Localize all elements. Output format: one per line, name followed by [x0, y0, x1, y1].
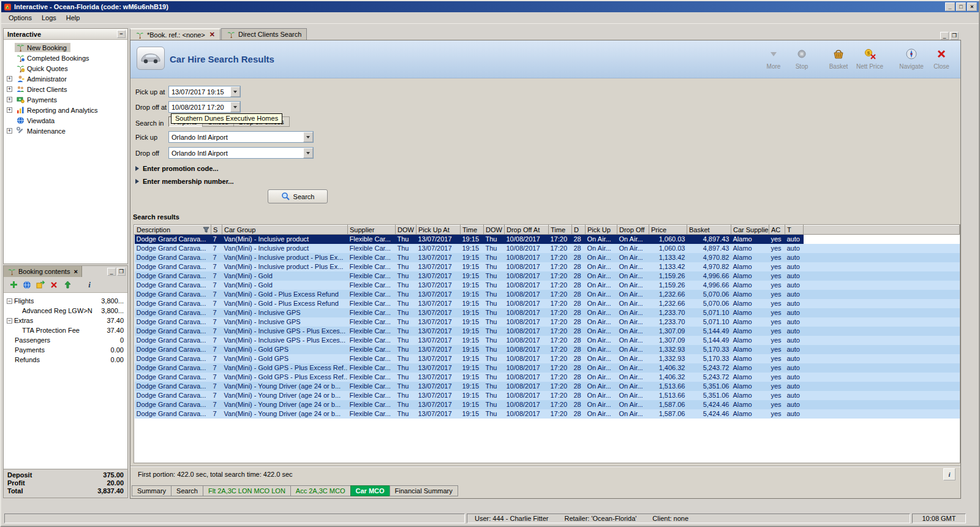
navigate-button[interactable]: Navigate: [895, 45, 927, 70]
close-page-button[interactable]: Close: [927, 45, 956, 70]
membership-number-expander[interactable]: Enter membership number...: [135, 178, 234, 185]
col-ac[interactable]: AC: [769, 226, 785, 235]
table-row[interactable]: Dodge Grand Carava... 7 Van(Mini) - Gold…: [135, 373, 960, 382]
resize-grip[interactable]: [968, 514, 976, 523]
pickup-location-field[interactable]: Orlando Intl Airport: [168, 131, 314, 143]
tab-summary[interactable]: Summary: [132, 485, 172, 496]
col-basket[interactable]: Basket: [687, 226, 731, 235]
maximize-button[interactable]: □: [956, 2, 966, 11]
basket-button[interactable]: Basket: [824, 45, 853, 70]
info-button[interactable]: i: [943, 468, 956, 480]
collapse-icon[interactable]: −: [7, 318, 12, 324]
info-icon[interactable]: i: [83, 279, 96, 291]
list-item-extras-detail[interactable]: TTA Protection Fee 37.40: [4, 325, 127, 335]
world-icon[interactable]: [21, 279, 33, 291]
collapse-panel-button[interactable]: −: [117, 30, 126, 38]
list-item-extras[interactable]: − Extras 37.40: [4, 316, 127, 325]
dropoff-at-field[interactable]: 10/08/2017 17:20: [168, 101, 241, 113]
delete-icon[interactable]: [48, 279, 60, 291]
minimize-panel-button[interactable]: _: [107, 268, 116, 276]
sidebar-item-maintenance[interactable]: + Maintenance: [4, 126, 127, 136]
expand-icon[interactable]: +: [7, 128, 12, 134]
tab-flight[interactable]: Flt 2A,3C LON MCO LON: [203, 485, 291, 496]
chevron-down-icon[interactable]: [303, 132, 313, 142]
col-dropoff-at[interactable]: Drop Off At: [505, 226, 549, 235]
more-button[interactable]: More: [760, 45, 788, 70]
chevron-down-icon[interactable]: [303, 148, 313, 158]
table-row[interactable]: Dodge Grand Carava... 7 Van(Mini) - Gold…: [135, 345, 960, 354]
minimize-doc-button[interactable]: _: [940, 32, 949, 40]
sidebar-item-completed-bookings[interactable]: Completed Bookings: [4, 53, 127, 63]
sidebar-item-reporting[interactable]: + Reporting and Analytics: [4, 105, 127, 115]
minimize-button[interactable]: _: [945, 2, 955, 11]
table-row[interactable]: Dodge Grand Carava... 7 Van(Mini) - Incl…: [135, 308, 960, 317]
sidebar-item-payments[interactable]: + Payments: [4, 94, 127, 105]
add-icon[interactable]: [7, 279, 20, 291]
tab-financial-summary[interactable]: Financial Summary: [390, 485, 458, 496]
expand-icon[interactable]: +: [7, 76, 12, 82]
tab-booking-ref[interactable]: *Book. ref.: <none> ✕: [130, 28, 221, 40]
col-car-group[interactable]: Car Group: [222, 226, 348, 235]
col-car-supplier[interactable]: Car Supplier: [731, 226, 769, 235]
col-pickup-loc[interactable]: Pick Up: [586, 226, 617, 235]
table-row[interactable]: Dodge Grand Carava... 7 Van(Mini) - Gold…: [135, 271, 960, 281]
col-dow-dropoff[interactable]: DOW: [484, 226, 505, 235]
table-row[interactable]: Dodge Grand Carava... 7 Van(Mini) - Youn…: [135, 409, 960, 419]
col-price[interactable]: Price: [649, 226, 687, 235]
table-row[interactable]: Dodge Grand Carava... 7 Van(Mini) - Incl…: [135, 244, 960, 253]
tab-search[interactable]: Search: [171, 485, 203, 496]
table-row[interactable]: Dodge Grand Carava... 7 Van(Mini) - Youn…: [135, 391, 960, 400]
table-row[interactable]: Dodge Grand Carava... 7 Van(Mini) - Youn…: [135, 382, 960, 391]
sidebar-item-quick-quotes[interactable]: Quick Quotes: [4, 63, 127, 74]
col-dropoff-time[interactable]: Time: [549, 226, 572, 235]
tab-close-icon[interactable]: ✕: [209, 31, 215, 39]
col-transmission[interactable]: T: [785, 226, 804, 235]
collapse-icon[interactable]: −: [7, 298, 12, 304]
table-row[interactable]: Dodge Grand Carava... 7 Van(Mini) - Incl…: [135, 327, 960, 336]
list-item-refunds[interactable]: Refunds 0.00: [4, 355, 127, 365]
col-dow-pickup[interactable]: DOW: [396, 226, 417, 235]
col-description[interactable]: Description: [135, 226, 211, 235]
table-row[interactable]: Dodge Grand Carava... 7 Van(Mini) - Youn…: [135, 400, 960, 409]
close-panel-icon[interactable]: ×: [74, 268, 77, 275]
table-row[interactable]: Dodge Grand Carava... 7 Van(Mini) - Incl…: [135, 336, 960, 345]
table-row[interactable]: Dodge Grand Carava... 7 Van(Mini) - Incl…: [135, 262, 960, 271]
menu-help[interactable]: Help: [61, 13, 85, 23]
stop-button[interactable]: Stop: [788, 45, 816, 70]
dropoff-location-field[interactable]: Orlando Intl Airport: [168, 147, 314, 159]
table-row[interactable]: Dodge Grand Carava... 7 Van(Mini) - Gold…: [135, 363, 960, 373]
col-s[interactable]: S: [211, 226, 222, 235]
search-button[interactable]: Search: [268, 189, 328, 203]
nett-price-button[interactable]: $ Nett Price: [853, 45, 887, 70]
table-row[interactable]: Dodge Grand Carava... 7 Van(Mini) - Incl…: [135, 253, 960, 262]
col-supplier[interactable]: Supplier: [348, 226, 396, 235]
tab-direct-clients-search[interactable]: Direct Clients Search: [221, 28, 307, 40]
import-icon[interactable]: [34, 279, 47, 291]
tab-car-mco[interactable]: Car MCO: [350, 485, 390, 496]
sidebar-item-administrator[interactable]: + Administrator: [4, 74, 127, 84]
booking-contents-tab[interactable]: Booking contents ×: [4, 266, 82, 277]
sidebar-item-viewdata[interactable]: Viewdata: [4, 115, 127, 126]
close-button[interactable]: ×: [967, 2, 977, 11]
table-row[interactable]: Dodge Grand Carava... 7 Van(Mini) - Incl…: [135, 235, 960, 244]
table-row[interactable]: Dodge Grand Carava... 7 Van(Mini) - Gold…: [135, 354, 960, 363]
list-item-flight-detail[interactable]: Advanced Reg LGW>N 3,800...: [4, 306, 127, 316]
filter-icon[interactable]: [203, 227, 209, 235]
col-pickup-at[interactable]: Pick Up At: [417, 226, 461, 235]
menu-logs[interactable]: Logs: [37, 13, 61, 23]
col-dropoff-loc[interactable]: Drop Off: [617, 226, 649, 235]
chevron-down-icon[interactable]: [230, 86, 240, 97]
sidebar-item-new-booking[interactable]: New Booking: [4, 42, 127, 53]
table-row[interactable]: Dodge Grand Carava... 7 Van(Mini) - Incl…: [135, 317, 960, 327]
pickup-at-field[interactable]: 13/07/2017 19:15: [168, 86, 241, 97]
list-item-flights[interactable]: − Flights 3,800...: [4, 296, 127, 306]
move-up-icon[interactable]: [61, 279, 74, 291]
list-item-passengers[interactable]: Passengers 0: [4, 335, 127, 345]
tab-accommodation[interactable]: Acc 2A,3C MCO: [290, 485, 351, 496]
expand-icon[interactable]: +: [7, 97, 12, 102]
col-pickup-time[interactable]: Time: [461, 226, 484, 235]
menu-options[interactable]: Options: [4, 13, 37, 23]
expand-icon[interactable]: +: [7, 86, 12, 92]
sidebar-item-direct-clients[interactable]: + Direct Clients: [4, 84, 127, 94]
list-item-payments[interactable]: Payments 0.00: [4, 345, 127, 355]
